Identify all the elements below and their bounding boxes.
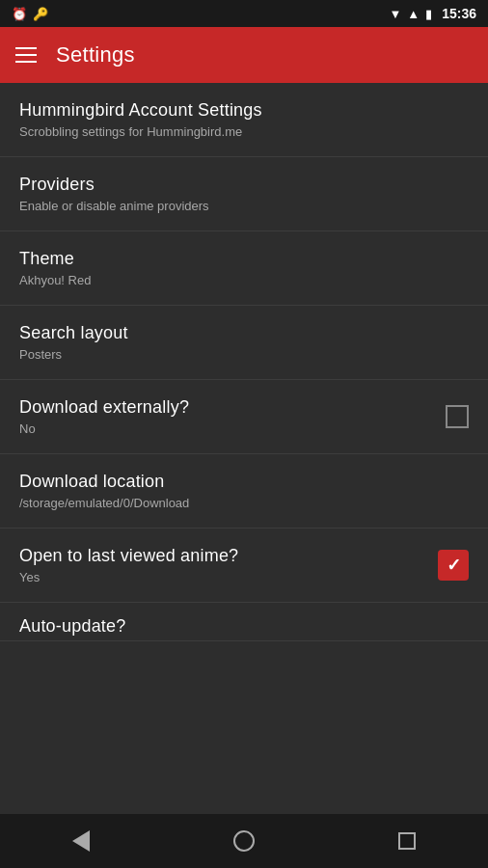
settings-item-search-layout[interactable]: Search layout Posters (0, 306, 488, 380)
app-bar-title: Settings (56, 42, 135, 68)
settings-item-title: Theme (19, 249, 469, 269)
settings-item-content: Theme Akhyou! Red (19, 249, 469, 287)
signal-icon: ▲ (407, 7, 420, 21)
status-bar: ⏰ 🔑 ▼ ▲ ▮ 15:36 (0, 0, 488, 27)
settings-item-content: Search layout Posters (19, 323, 469, 362)
wifi-icon: ▼ (389, 7, 401, 21)
settings-item-content: Hummingbird Account Settings Scrobbling … (19, 100, 469, 139)
back-icon (72, 830, 90, 852)
settings-item-title: Download externally? (19, 397, 446, 418)
nav-recents-button[interactable] (378, 814, 436, 868)
settings-item-subtitle: Posters (19, 347, 469, 362)
settings-item-content: Auto-update? (19, 616, 469, 640)
app-bar: Settings (0, 27, 488, 83)
home-icon (233, 830, 255, 852)
settings-item-title: Open to last viewed anime? (19, 546, 438, 566)
settings-item-title: Auto-update? (19, 616, 469, 637)
settings-item-content: Download location /storage/emulated/0/Do… (19, 472, 469, 510)
settings-item-title: Hummingbird Account Settings (19, 100, 469, 121)
settings-item-subtitle: Scrobbling settings for Hummingbird.me (19, 124, 469, 139)
settings-item-download-externally[interactable]: Download externally? No (0, 380, 488, 454)
open-last-viewed-checkbox[interactable] (438, 550, 469, 581)
settings-item-subtitle: Yes (19, 570, 438, 584)
settings-item-subtitle: No (19, 421, 446, 436)
settings-item-download-location[interactable]: Download location /storage/emulated/0/Do… (0, 454, 488, 529)
settings-item-title: Download location (19, 472, 469, 492)
settings-item-content: Providers Enable or disable anime provid… (19, 175, 469, 213)
settings-item-subtitle: Enable or disable anime providers (19, 199, 469, 213)
battery-icon: ▮ (425, 7, 432, 21)
settings-item-subtitle: /storage/emulated/0/Download (19, 496, 469, 510)
settings-item-subtitle: Akhyou! Red (19, 273, 469, 287)
download-externally-checkbox[interactable] (446, 405, 469, 428)
settings-item-content: Download externally? No (19, 397, 446, 436)
settings-item-providers[interactable]: Providers Enable or disable anime provid… (0, 157, 488, 231)
key-icon: 🔑 (33, 7, 48, 21)
nav-home-button[interactable] (215, 814, 273, 868)
settings-item-hummingbird-account[interactable]: Hummingbird Account Settings Scrobbling … (0, 83, 488, 157)
settings-item-title: Providers (19, 175, 469, 195)
settings-item-auto-update[interactable]: Auto-update? (0, 603, 488, 641)
recents-icon (398, 832, 416, 850)
status-time: 15:36 (442, 6, 476, 21)
nav-bar (0, 814, 488, 868)
alarm-icon: ⏰ (12, 7, 27, 21)
hamburger-menu-button[interactable] (15, 47, 37, 63)
settings-item-theme[interactable]: Theme Akhyou! Red (0, 231, 488, 306)
settings-list: Hummingbird Account Settings Scrobbling … (0, 83, 488, 814)
settings-item-title: Search layout (19, 323, 469, 343)
nav-back-button[interactable] (52, 814, 110, 868)
settings-item-open-last-viewed[interactable]: Open to last viewed anime? Yes (0, 529, 488, 603)
settings-item-content: Open to last viewed anime? Yes (19, 546, 438, 584)
